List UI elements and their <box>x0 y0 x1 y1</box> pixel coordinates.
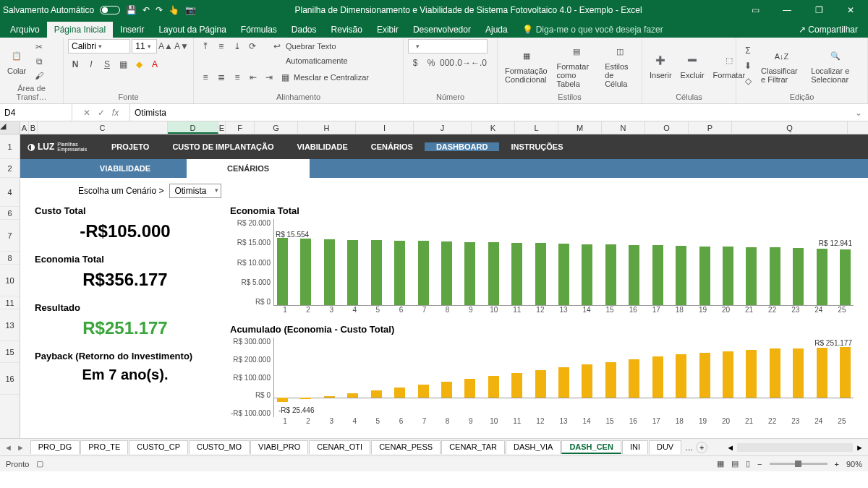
col-header-C[interactable]: C <box>38 121 168 134</box>
align-bottom-icon[interactable]: ⤓ <box>230 39 244 53</box>
sheet-tab-CUSTO_MO[interactable]: CUSTO_MO <box>189 440 250 454</box>
save-icon[interactable]: 💾 <box>126 5 137 15</box>
row-header-15[interactable]: 15 <box>0 341 20 363</box>
cell-styles-button[interactable]: ◫Estilos de Célula <box>602 42 637 90</box>
sort-filter-button[interactable]: A↓ZClassificar e Filtrar <box>758 46 805 85</box>
touch-icon[interactable]: 👆 <box>169 5 179 15</box>
view-layout-icon[interactable]: ▤ <box>731 459 739 468</box>
sheet-tab-PRO_TE[interactable]: PRO_TE <box>80 440 128 454</box>
row-header-13[interactable]: 13 <box>0 309 20 341</box>
percent-icon[interactable]: % <box>424 56 438 70</box>
row-header-10[interactable]: 10 <box>0 265 20 296</box>
merge-icon[interactable]: ▦ <box>278 70 292 85</box>
tab-help[interactable]: Ajuda <box>478 22 515 38</box>
delete-cells-button[interactable]: ➖Excluir <box>678 51 707 81</box>
zoom-slider[interactable] <box>770 463 827 465</box>
view-pagebreak-icon[interactable]: ▯ <box>746 459 750 468</box>
col-header-I[interactable]: I <box>356 121 414 134</box>
copy-icon[interactable]: ⧉ <box>32 54 46 69</box>
number-format-select[interactable] <box>408 39 488 53</box>
increase-font-icon[interactable]: A▲ <box>158 39 173 53</box>
minimize-icon[interactable]: — <box>773 0 801 20</box>
nav-custo[interactable]: CUSTO DE IMPLANTAÇÃO <box>161 142 285 151</box>
font-name-select[interactable]: Calibri <box>68 39 130 53</box>
row-header-8[interactable]: 8 <box>0 252 20 265</box>
col-header-K[interactable]: K <box>472 121 515 134</box>
row-header-16[interactable]: 16 <box>0 363 20 395</box>
col-header-Q[interactable]: Q <box>732 121 848 134</box>
sheet-tab-DASH_VIA[interactable]: DASH_VIA <box>506 440 561 454</box>
tab-formulas[interactable]: Fórmulas <box>234 22 284 38</box>
decrease-decimal-icon[interactable]: ←.0 <box>472 56 486 70</box>
col-header-G[interactable]: G <box>255 121 298 134</box>
select-all-corner[interactable]: ◢ <box>0 121 20 134</box>
tab-view[interactable]: Exibir <box>370 22 406 38</box>
sheet-tabs-more[interactable]: … <box>682 443 696 452</box>
nav-dashboard[interactable]: DASHBOARD <box>425 142 500 151</box>
redo-icon[interactable]: ↷ <box>156 5 163 15</box>
cancel-formula-icon[interactable]: ✕ <box>83 108 90 118</box>
sheet-tab-CENAR_OTI[interactable]: CENAR_OTI <box>309 440 370 454</box>
format-table-button[interactable]: ▤Formatar como Tabela <box>553 42 599 90</box>
maximize-icon[interactable]: ❐ <box>804 0 833 20</box>
name-box[interactable]: D4 <box>0 104 72 121</box>
sheet-tab-CUSTO_CP[interactable]: CUSTO_CP <box>129 440 188 454</box>
thousands-icon[interactable]: 000 <box>440 56 454 70</box>
cut-icon[interactable]: ✂ <box>32 40 46 54</box>
tab-nav-last-icon[interactable]: ► <box>17 443 25 452</box>
close-icon[interactable]: ✕ <box>836 0 865 20</box>
row-header-6[interactable]: 6 <box>0 207 20 220</box>
autosum-icon[interactable]: Σ <box>741 43 755 58</box>
conditional-formatting-button[interactable]: ▦Formatação Condicional <box>502 46 550 85</box>
clear-icon[interactable]: ◇ <box>741 74 755 88</box>
align-right-icon[interactable]: ≡ <box>230 70 244 85</box>
col-header-A[interactable]: A <box>20 121 29 134</box>
tab-developer[interactable]: Desenvolvedor <box>406 22 478 38</box>
increase-indent-icon[interactable]: ⇥ <box>262 70 276 85</box>
col-header-E[interactable]: E <box>218 121 226 134</box>
hscroll-left-icon[interactable]: ◄ <box>726 443 734 452</box>
col-header-M[interactable]: M <box>558 121 602 134</box>
ribbon-options-icon[interactable]: ▭ <box>741 0 770 20</box>
sheet-tab-VIABI_PRO[interactable]: VIABI_PRO <box>250 440 308 454</box>
sheet-tab-PRO_DG[interactable]: PRO_DG <box>30 440 80 454</box>
nav-instrucoes[interactable]: INSTRUÇÕES <box>499 142 574 151</box>
tab-nav-first-icon[interactable]: ◄ <box>4 443 12 452</box>
col-header-N[interactable]: N <box>602 121 645 134</box>
sheet-tab-INI[interactable]: INI <box>622 440 648 454</box>
col-header-P[interactable]: P <box>689 121 732 134</box>
nav-projeto[interactable]: PROJETO <box>100 142 161 151</box>
sheet-tab-CENAR_PESS[interactable]: CENAR_PESS <box>371 440 441 454</box>
view-normal-icon[interactable]: ▦ <box>717 459 724 468</box>
row-header-2[interactable]: 2 <box>0 159 20 178</box>
tab-data[interactable]: Dados <box>284 22 324 38</box>
paste-button[interactable]: 📋 Colar <box>4 46 29 77</box>
tab-home[interactable]: Página Inicial <box>47 22 113 38</box>
new-sheet-icon[interactable]: + <box>696 442 707 453</box>
underline-icon[interactable]: S <box>100 57 114 72</box>
wrap-text-icon[interactable]: ↩ <box>270 39 284 53</box>
fx-icon[interactable]: fx <box>112 108 119 118</box>
align-top-icon[interactable]: ⤒ <box>198 39 213 53</box>
italic-icon[interactable]: I <box>84 57 98 72</box>
zoom-in-icon[interactable]: + <box>835 460 839 468</box>
increase-decimal-icon[interactable]: .0→ <box>456 56 470 70</box>
fill-icon[interactable]: ⬇ <box>741 59 755 73</box>
row-header-1[interactable]: 1 <box>0 134 20 159</box>
format-painter-icon[interactable]: 🖌 <box>32 69 46 83</box>
undo-icon[interactable]: ↶ <box>142 5 150 15</box>
font-size-select[interactable]: 11 <box>132 39 157 53</box>
tab-insert[interactable]: Inserir <box>113 22 151 38</box>
decrease-font-icon[interactable]: A▼ <box>174 39 189 53</box>
expand-formula-icon[interactable]: ⌄ <box>849 108 868 118</box>
sheet-tab-CENAR_TAR[interactable]: CENAR_TAR <box>441 440 505 454</box>
insert-cells-button[interactable]: ➕Inserir <box>647 51 675 81</box>
bold-icon[interactable]: N <box>68 57 82 72</box>
autosave-toggle[interactable] <box>100 6 120 14</box>
tell-me[interactable]: 💡Diga-me o que você deseja fazer <box>515 22 671 38</box>
col-header-L[interactable]: L <box>515 121 558 134</box>
tab-review[interactable]: Revisão <box>324 22 370 38</box>
align-middle-icon[interactable]: ≡ <box>214 39 229 53</box>
row-header-7[interactable]: 7 <box>0 220 20 252</box>
currency-icon[interactable]: $ <box>408 56 422 70</box>
